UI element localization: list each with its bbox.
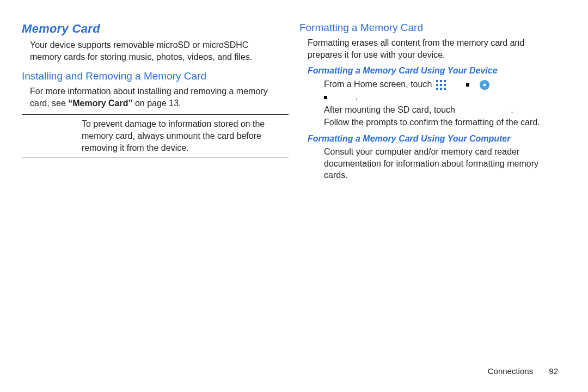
right-column: Formatting a Memory Card Formatting eras… xyxy=(294,22,572,354)
left-column: Memory Card Your device supports removab… xyxy=(16,22,294,354)
section-heading: Memory Card xyxy=(22,22,280,36)
install-paragraph: For more information about installing an… xyxy=(30,85,280,109)
method2-body: Consult your computer and/or memory card… xyxy=(324,146,558,181)
install-tail: on page 13. xyxy=(133,99,181,108)
note-box: To prevent damage to information stored … xyxy=(22,114,289,157)
footer-section: Connections xyxy=(488,366,533,376)
page-number: 92 xyxy=(549,366,558,376)
method1-heading: Formatting a Memory Card Using Your Devi… xyxy=(308,66,558,76)
method2-heading: Formatting a Memory Card Using Your Comp… xyxy=(308,134,558,144)
arrow-icon xyxy=(466,83,469,87)
method1-steps: From a Home screen, touch . After mounti… xyxy=(324,78,558,128)
intro-paragraph: Your device supports removable microSD o… xyxy=(30,39,280,63)
step2-lead: After mounting the SD card, touch xyxy=(324,105,457,114)
apps-icon xyxy=(436,80,446,90)
arrow-icon xyxy=(324,96,327,99)
step1-lead: From a Home screen, touch xyxy=(324,79,434,89)
step1-tail: . xyxy=(356,92,358,101)
step3: Follow the prompts to confirm the format… xyxy=(324,118,540,127)
format-intro: Formatting erases all content from the m… xyxy=(308,37,558,60)
format-heading: Formatting a Memory Card xyxy=(299,22,558,34)
note-text: To prevent damage to information stored … xyxy=(82,118,289,154)
settings-icon xyxy=(480,80,489,90)
install-heading: Installing and Removing a Memory Card xyxy=(22,70,280,82)
page-footer: Connections 92 xyxy=(488,366,558,376)
install-crossref: “Memory Card” xyxy=(68,99,132,108)
page: Memory Card Your device supports removab… xyxy=(0,0,588,365)
step2-tail: . xyxy=(511,105,513,114)
